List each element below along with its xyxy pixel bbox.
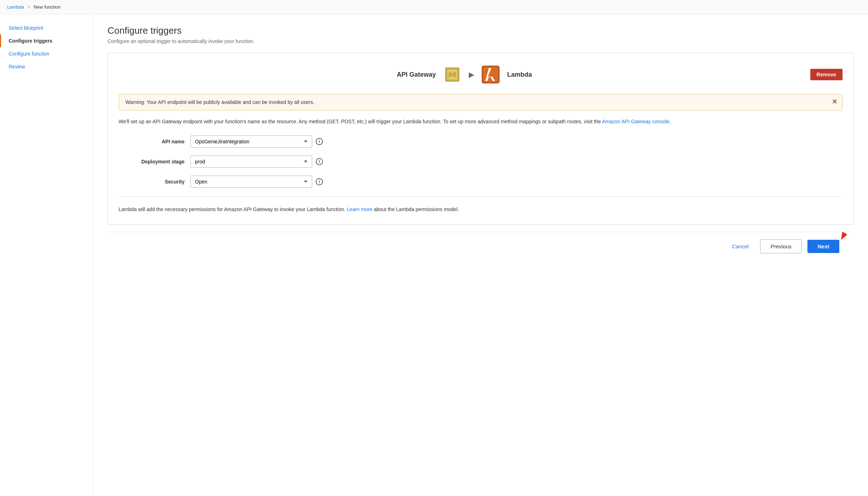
sidebar-item-configure-triggers[interactable]: Configure triggers	[0, 34, 93, 47]
learn-more-link[interactable]: Learn more	[347, 206, 373, 212]
security-control: Open AWS IAM Open with access key i	[190, 176, 323, 188]
deployment-stage-row: Deployment stage prod i	[119, 156, 843, 168]
main-content: Configure triggers Configure an optional…	[93, 14, 868, 496]
page-layout: Select blueprint Configure triggers Conf…	[0, 14, 868, 496]
security-select[interactable]: Open AWS IAM Open with access key	[190, 176, 312, 188]
cancel-button[interactable]: Cancel	[726, 240, 754, 253]
description-text1: We'll set up an API Gateway endpoint wit…	[119, 119, 602, 124]
arrow-icon: ▶	[469, 70, 474, 79]
page-title: Configure triggers	[108, 25, 854, 36]
api-name-label: API name	[119, 139, 190, 144]
breadcrumb-current: New function	[34, 4, 61, 10]
lambda-label: Lambda	[507, 71, 532, 78]
api-gateway-label: API Gateway	[397, 71, 436, 78]
trigger-box: API Gateway ▶	[108, 53, 854, 225]
warning-text: Warning: Your API endpoint will be publi…	[125, 99, 314, 105]
sidebar-item-review[interactable]: Review	[0, 60, 93, 73]
deployment-stage-select[interactable]: prod	[190, 156, 312, 168]
form-divider	[119, 196, 843, 197]
next-button[interactable]: Next	[807, 240, 839, 253]
warning-box: Warning: Your API endpoint will be publi…	[119, 94, 843, 110]
sidebar-item-configure-function[interactable]: Configure function	[0, 47, 93, 60]
permissions-text2: about the Lambda permissions model.	[372, 206, 459, 212]
svg-rect-4	[451, 73, 454, 76]
remove-button[interactable]: Remove	[810, 69, 843, 80]
api-gateway-icon	[442, 64, 463, 85]
deployment-stage-label: Deployment stage	[119, 159, 190, 164]
breadcrumb-lambda-link[interactable]: Lambda	[7, 4, 24, 10]
footer: Cancel Previous Next	[108, 232, 854, 261]
permissions-text1: Lambda will add the necessary permission…	[119, 206, 347, 212]
sidebar: Select blueprint Configure triggers Conf…	[0, 14, 93, 496]
api-name-control: OpsGenieJiraIntegration i	[190, 135, 323, 148]
previous-button[interactable]: Previous	[760, 239, 802, 253]
trigger-diagram: API Gateway ▶	[119, 64, 810, 85]
description-text2: .	[669, 119, 671, 124]
api-name-row: API name OpsGenieJiraIntegration i	[119, 135, 843, 148]
description-text: We'll set up an API Gateway endpoint wit…	[119, 118, 843, 125]
security-label: Security	[119, 179, 190, 185]
security-info-icon[interactable]: i	[316, 178, 323, 185]
trigger-header: API Gateway ▶	[119, 64, 843, 85]
breadcrumb: Lambda > New function	[0, 0, 868, 14]
svg-rect-2	[449, 72, 451, 77]
api-gateway-console-link[interactable]: Amazon API Gateway console	[602, 119, 669, 124]
permissions-text: Lambda will add the necessary permission…	[119, 205, 843, 213]
api-name-info-icon[interactable]: i	[316, 138, 323, 145]
api-name-select[interactable]: OpsGenieJiraIntegration	[190, 135, 312, 148]
security-row: Security Open AWS IAM Open with access k…	[119, 176, 843, 188]
page-subtitle: Configure an optional trigger to automat…	[108, 38, 854, 44]
deployment-stage-info-icon[interactable]: i	[316, 158, 323, 165]
warning-close-icon[interactable]: ✕	[832, 99, 837, 105]
breadcrumb-separator: >	[28, 4, 30, 10]
svg-rect-3	[454, 72, 456, 77]
lambda-icon	[480, 64, 501, 85]
deployment-stage-control: prod i	[190, 156, 323, 168]
sidebar-item-select-blueprint[interactable]: Select blueprint	[0, 22, 93, 34]
